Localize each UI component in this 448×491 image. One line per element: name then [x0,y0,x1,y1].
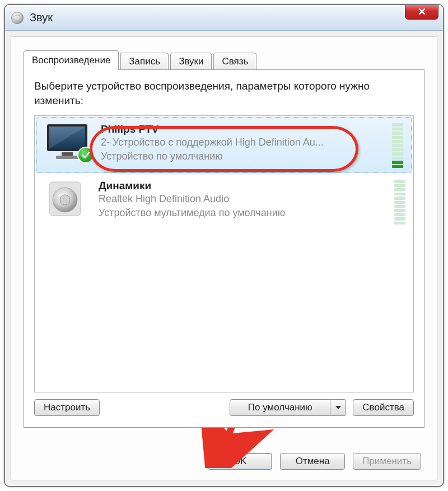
chevron-down-icon [335,405,342,410]
properties-button[interactable]: Свойства [353,399,414,416]
svg-point-0 [11,12,23,24]
client-area: Воспроизведение Запись Звуки Связь Выбер… [11,36,437,480]
playback-device-list[interactable]: Philips FTV 2- Устройство с поддержкой H… [34,115,414,392]
window-title: Звук [30,11,53,24]
device-item[interactable]: Динамики Realtek High Definition Audio У… [35,174,413,229]
tabstrip: Воспроизведение Запись Звуки Связь [24,50,424,70]
device-icon [40,179,90,218]
device-name: Динамики [99,180,385,192]
device-status: Устройство по умолчанию [101,149,383,163]
vu-meter [394,180,405,225]
list-buttons-row: Настроить По умолчанию Свойства [34,399,414,416]
svg-rect-3 [62,152,73,156]
instruction-text: Выберите устройство воспроизведения, пар… [34,79,414,107]
device-text-block: Динамики Realtek High Definition Audio У… [99,179,385,219]
device-text-block: Philips FTV 2- Устройство с поддержкой H… [101,122,383,163]
titlebar: Звук ✕ [5,5,443,31]
cancel-button[interactable]: Отмена [280,453,345,470]
close-icon: ✕ [418,6,426,18]
sound-dialog-window: Звук ✕ Воспроизведение Запись Звуки Связ… [4,4,444,487]
device-description: 2- Устройство с поддержкой High Definiti… [101,135,383,149]
device-name: Philips FTV [101,123,383,135]
close-button[interactable]: ✕ [405,4,438,20]
svg-point-7 [60,195,70,205]
default-check-icon [77,147,94,163]
sound-app-icon [10,10,25,26]
device-item[interactable]: Philips FTV 2- Устройство с поддержкой H… [36,117,412,173]
dialog-buttons: OK Отмена Применить [207,453,421,470]
tab-sounds[interactable]: Звуки [170,53,212,70]
device-icon [43,122,92,161]
configure-button[interactable]: Настроить [34,399,100,416]
tab-playback[interactable]: Воспроизведение [24,50,119,70]
device-description: Realtek High Definition Audio [99,192,385,205]
svg-rect-4 [56,156,78,159]
set-default-dropdown[interactable] [330,399,346,416]
set-default-button[interactable]: По умолчанию [230,399,330,416]
apply-button: Применить [353,453,421,470]
tab-page-playback: Выберите устройство воспроизведения, пар… [24,69,424,428]
tab-recording[interactable]: Запись [120,53,169,70]
speaker-icon [41,179,88,218]
ok-button[interactable]: OK [207,453,272,470]
set-default-split-button: По умолчанию [230,399,346,416]
vu-meter [392,123,403,168]
tab-communications[interactable]: Связь [213,53,256,70]
device-status: Устройство мультимедиа по умолчанию [99,206,385,219]
